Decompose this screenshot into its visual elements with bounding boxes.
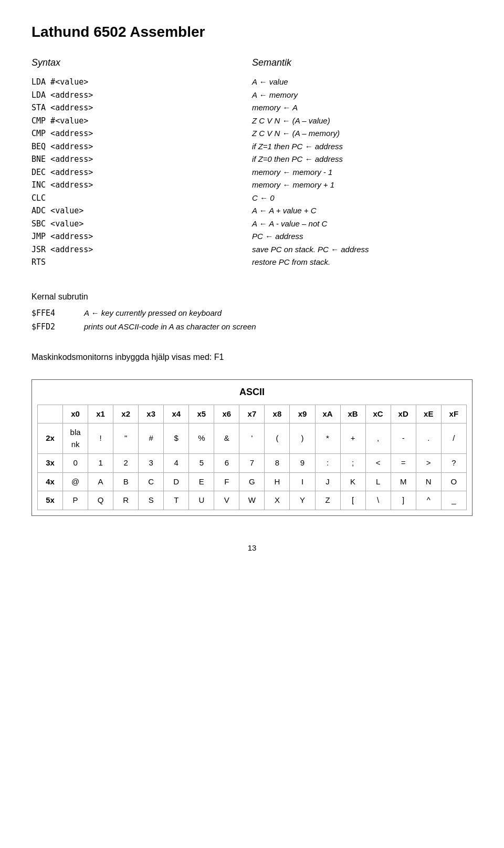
ascii-cell-1-15: ?	[441, 454, 466, 473]
ascii-cell-0-12: ,	[365, 423, 391, 454]
ascii-cell-0-8: (	[265, 423, 290, 454]
semantik-list: A ← valueA ← memorymemory ← AZ C V N ← (…	[252, 76, 472, 268]
instruction-syntax-4: CMP <address>	[32, 128, 252, 140]
ascii-col-header-8: x8	[265, 405, 290, 423]
ascii-col-header-5: x5	[189, 405, 214, 423]
ascii-cell-3-9: Y	[290, 491, 315, 510]
ascii-col-header-13: xD	[391, 405, 416, 423]
ascii-cell-1-0: 0	[63, 454, 88, 473]
instruction-semantik-11: A ← A - value – not C	[252, 218, 472, 230]
ascii-cell-3-1: Q	[88, 491, 113, 510]
ascii-cell-1-8: 8	[265, 454, 290, 473]
ascii-cell-2-4: D	[164, 472, 189, 491]
ascii-row-0: 2xbla nk!"#$%&'()*+,-./	[38, 423, 467, 454]
ascii-col-header-2: x2	[113, 405, 139, 423]
instruction-semantik-10: A ← A + value + C	[252, 205, 472, 217]
kernal-title: Kernal subrutin	[32, 291, 472, 303]
ascii-cell-3-14: ^	[416, 491, 441, 510]
ascii-cell-2-12: L	[365, 472, 391, 491]
ascii-table: x0x1x2x3x4x5x6x7x8x9xAxBxCxDxExF2xbla nk…	[37, 405, 467, 510]
instruction-syntax-10: ADC <value>	[32, 205, 252, 217]
ascii-cell-3-10: Z	[315, 491, 340, 510]
ascii-cell-0-6: &	[214, 423, 239, 454]
ascii-row-1: 3x0123456789:;<=>?	[38, 454, 467, 473]
ascii-col-header-9: x9	[290, 405, 315, 423]
ascii-cell-1-5: 5	[189, 454, 214, 473]
ascii-col-header-1: x1	[88, 405, 113, 423]
page-number: 13	[32, 542, 472, 554]
instruction-semantik-7: memory ← memory - 1	[252, 167, 472, 179]
instruction-syntax-9: CLC	[32, 192, 252, 204]
instruction-list: LDA #<value>LDA <address>STA <address>CM…	[32, 76, 252, 268]
ascii-cell-1-11: ;	[340, 454, 365, 473]
ascii-cell-2-0: @	[63, 472, 88, 491]
ascii-cell-3-5: U	[189, 491, 214, 510]
ascii-col-header-4: x4	[164, 405, 189, 423]
ascii-cell-1-12: <	[365, 454, 391, 473]
kernal-desc-0: A ← key currently pressed on keyboard	[84, 307, 222, 319]
ascii-cell-1-2: 2	[113, 454, 139, 473]
ascii-cell-3-7: W	[239, 491, 265, 510]
instruction-syntax-1: LDA <address>	[32, 89, 252, 101]
ascii-col-header-10: xA	[315, 405, 340, 423]
ascii-cell-0-14: .	[416, 423, 441, 454]
ascii-cell-0-5: %	[189, 423, 214, 454]
instruction-semantik-12: PC ← address	[252, 231, 472, 243]
ascii-cell-0-10: *	[315, 423, 340, 454]
instruction-semantik-0: A ← value	[252, 76, 472, 88]
ascii-cell-1-7: 7	[239, 454, 265, 473]
ascii-cell-3-13: ]	[391, 491, 416, 510]
instruction-syntax-8: INC <address>	[32, 179, 252, 191]
ascii-col-header-11: xB	[340, 405, 365, 423]
ascii-row-3: 5xPQRSTUVWXYZ[\]^_	[38, 491, 467, 510]
ascii-section: ASCII x0x1x2x3x4x5x6x7x8x9xAxBxCxDxExF2x…	[32, 379, 472, 516]
ascii-cell-0-7: '	[239, 423, 265, 454]
ascii-cell-2-13: M	[391, 472, 416, 491]
ascii-col-header-15: xF	[441, 405, 466, 423]
ascii-row-header-0: 2x	[38, 423, 63, 454]
ascii-cell-2-3: C	[139, 472, 164, 491]
ascii-cell-0-1: !	[88, 423, 113, 454]
ascii-col-header-14: xE	[416, 405, 441, 423]
kernal-desc-1: prints out ASCII-code in A as character …	[84, 321, 256, 333]
instruction-semantik-3: Z C V N ← (A – value)	[252, 115, 472, 127]
ascii-cell-3-12: \	[365, 491, 391, 510]
ascii-cell-3-3: S	[139, 491, 164, 510]
instruction-syntax-6: BNE <address>	[32, 153, 252, 166]
ascii-cell-2-2: B	[113, 472, 139, 491]
ascii-cell-1-6: 6	[214, 454, 239, 473]
ascii-cell-3-0: P	[63, 491, 88, 510]
ascii-cell-2-6: F	[214, 472, 239, 491]
instruction-semantik-4: Z C V N ← (A – memory)	[252, 128, 472, 140]
ascii-cell-2-1: A	[88, 472, 113, 491]
ascii-cell-1-3: 3	[139, 454, 164, 473]
ascii-col-header-6: x6	[214, 405, 239, 423]
ascii-col-header-12: xC	[365, 405, 391, 423]
ascii-col-header-3: x3	[139, 405, 164, 423]
instruction-semantik-2: memory ← A	[252, 102, 472, 114]
ascii-cell-2-9: I	[290, 472, 315, 491]
ascii-cell-0-9: )	[290, 423, 315, 454]
ascii-cell-0-4: $	[164, 423, 189, 454]
instruction-syntax-12: JMP <address>	[32, 231, 252, 243]
instruction-syntax-0: LDA #<value>	[32, 76, 252, 88]
instruction-semantik-6: if Z=0 then PC ← address	[252, 153, 472, 166]
ascii-cell-1-10: :	[315, 454, 340, 473]
ascii-cell-1-1: 1	[88, 454, 113, 473]
instruction-syntax-11: SBC <value>	[32, 218, 252, 230]
syntax-header: Syntax	[32, 56, 252, 70]
ascii-cell-0-11: +	[340, 423, 365, 454]
instruction-syntax-3: CMP #<value>	[32, 115, 252, 127]
ascii-cell-1-9: 9	[290, 454, 315, 473]
kernal-row-0: $FFE4A ← key currently pressed on keyboa…	[32, 307, 472, 319]
ascii-cell-0-2: "	[113, 423, 139, 454]
ascii-cell-0-15: /	[441, 423, 466, 454]
ascii-cell-2-8: H	[265, 472, 290, 491]
kernal-addr-1: $FFD2	[32, 321, 84, 333]
ascii-cell-2-10: J	[315, 472, 340, 491]
ascii-cell-0-0: bla nk	[63, 423, 88, 454]
ascii-cell-3-6: V	[214, 491, 239, 510]
ascii-cell-3-2: R	[113, 491, 139, 510]
ascii-row-header-3: 5x	[38, 491, 63, 510]
kernal-row-1: $FFD2prints out ASCII-code in A as chara…	[32, 321, 472, 333]
